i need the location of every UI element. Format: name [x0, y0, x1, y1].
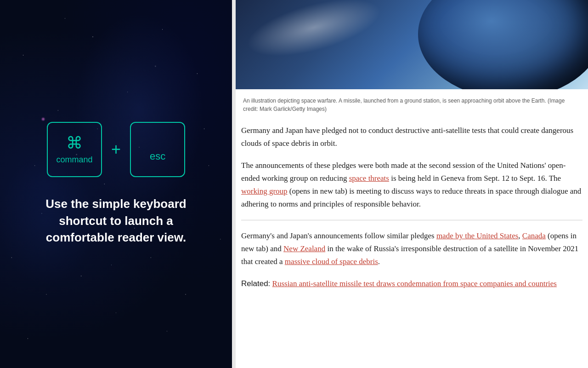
image-caption: An illustration depicting space warfare.…: [241, 97, 582, 113]
command-key: ⌘ command: [47, 122, 102, 177]
paragraph3-start: Germany's and Japan's announcements foll…: [241, 231, 436, 240]
paragraph3-comma: ,: [518, 231, 520, 240]
paragraph3-period: .: [378, 257, 380, 266]
tagline-text: Use the simple keyboard shortcut to laun…: [29, 196, 204, 246]
article-hero-image: [236, 0, 588, 89]
stars-background: [0, 0, 232, 368]
article-divider: [241, 220, 582, 220]
paragraph2-mid: is being held in Geneva from Sept. 12 to…: [389, 174, 561, 183]
command-label: command: [56, 155, 92, 165]
esc-key: esc: [130, 122, 185, 177]
canada-link[interactable]: Canada: [522, 231, 546, 240]
panel-divider: [232, 0, 236, 368]
new-zealand-link[interactable]: New Zealand: [283, 244, 325, 253]
left-panel: ⌘ command + esc Use the simple keyboard …: [0, 0, 232, 368]
space-debris-link[interactable]: massive cloud of space debris: [285, 257, 378, 266]
earth-visual: [418, 0, 588, 89]
related-article-link[interactable]: Russian anti-satellite missile test draw…: [272, 279, 557, 288]
made-by-us-link[interactable]: made by the United States: [436, 231, 518, 240]
article-content: An illustration depicting space warfare.…: [241, 89, 582, 309]
related-label: Related:: [241, 279, 270, 288]
paragraph2-end: (opens in new tab) is meeting to discuss…: [241, 187, 581, 208]
working-group-link[interactable]: working group: [241, 187, 288, 196]
accent-dot: [42, 118, 45, 121]
paragraph-2: The announcements of these pledges were …: [241, 159, 582, 211]
command-icon: ⌘: [66, 135, 83, 151]
esc-label: esc: [150, 150, 165, 162]
related-paragraph: Related: Russian anti-satellite missile …: [241, 277, 582, 290]
cloud-layer: [241, 0, 386, 68]
keyboard-shortcut-display: ⌘ command + esc: [47, 122, 185, 177]
plus-symbol: +: [111, 140, 121, 159]
paragraph-3: Germany's and Japan's announcements foll…: [241, 230, 582, 268]
paragraph-1: Germany and Japan have pledged not to co…: [241, 124, 582, 150]
space-threats-link[interactable]: space threats: [349, 174, 389, 183]
right-panel[interactable]: An illustration depicting space warfare.…: [236, 0, 588, 368]
